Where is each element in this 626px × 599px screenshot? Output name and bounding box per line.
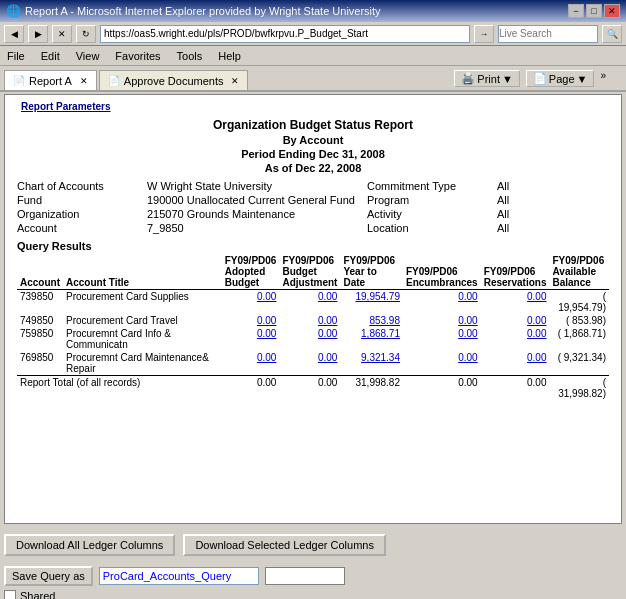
param-ct-label: Commitment Type [367,180,497,192]
cell-account: 769850 [17,351,63,376]
save-row: Save Query as [4,566,622,586]
minimize-button[interactable]: − [568,4,584,18]
param-loc-label: Location [367,222,497,234]
address-input[interactable] [100,25,470,43]
ytd-link-0[interactable]: 19,954.79 [355,291,400,302]
param-loc-value: All [497,222,609,234]
print-button[interactable]: 🖨️ Print ▼ [454,70,520,87]
shared-row: Shared [4,590,622,599]
maximize-button[interactable]: □ [586,4,602,18]
cell-title: Procuremnt Card Info & Communicatn [63,327,222,351]
save-query-container [265,567,345,585]
table-row: 739850 Procurement Card Supplies 0.00 0.… [17,290,609,315]
col-encumbrances: FY09/PD06Encumbrances [403,254,481,290]
cell-title: Procurement Card Supplies [63,290,222,315]
data-table: Account Account Title FY09/PD06AdoptedBu… [17,254,609,400]
report-title: Organization Budget Status Report [17,118,609,132]
main-content-area: Report Parameters Organization Budget St… [4,94,622,524]
ytd-link-1[interactable]: 853.98 [369,315,400,326]
tab-report-a-close[interactable]: ✕ [80,76,88,86]
tab-report-a-icon: 📄 [13,75,25,86]
params-grid: Chart of Accounts W Wright State Univers… [17,180,609,234]
res-link-3[interactable]: 0.00 [527,352,546,363]
download-all-button[interactable]: Download All Ledger Columns [4,534,175,556]
col-reservations: FY09/PD06Reservations [481,254,550,290]
refresh-button[interactable]: ↻ [76,25,96,43]
adopted-link-1[interactable]: 0.00 [257,315,276,326]
cell-account: 739850 [17,290,63,315]
adj-link-1[interactable]: 0.00 [318,315,337,326]
total-adjustment: 0.00 [279,376,340,401]
param-activity-label: Activity [367,208,497,220]
res-link-0[interactable]: 0.00 [527,291,546,302]
menu-favorites[interactable]: Favorites [112,49,163,63]
expand-icon[interactable]: » [600,70,606,87]
download-selected-button[interactable]: Download Selected Ledger Columns [183,534,386,556]
adopted-link-2[interactable]: 0.00 [257,328,276,339]
enc-link-1[interactable]: 0.00 [458,315,477,326]
total-reservations: 0.00 [481,376,550,401]
stop-button[interactable]: ✕ [52,25,72,43]
menu-tools[interactable]: Tools [174,49,206,63]
cell-adopted: 0.00 [222,290,280,315]
total-row: Report Total (of all records) 0.00 0.00 … [17,376,609,401]
ytd-link-3[interactable]: 9,321.34 [361,352,400,363]
enc-link-2[interactable]: 0.00 [458,328,477,339]
cell-bal: ( 9,321.34) [550,351,610,376]
menu-view[interactable]: View [73,49,103,63]
bottom-area: Download All Ledger Columns Download Sel… [0,526,626,599]
ytd-link-2[interactable]: 1,868.71 [361,328,400,339]
report-subtitle3: As of Dec 22, 2008 [17,162,609,174]
cell-res: 0.00 [481,290,550,315]
search-input[interactable] [498,25,598,43]
cell-bal: ( 1,868.71) [550,327,610,351]
enc-link-3[interactable]: 0.00 [458,352,477,363]
window-title: Report A - Microsoft Internet Explorer p… [25,5,381,17]
tab-approve-docs[interactable]: 📄 Approve Documents ✕ [99,70,249,90]
adj-link-2[interactable]: 0.00 [318,328,337,339]
res-link-1[interactable]: 0.00 [527,315,546,326]
back-button[interactable]: ◀ [4,25,24,43]
cell-bal: ( 19,954.79) [550,290,610,315]
col-account: Account [17,254,63,290]
res-link-2[interactable]: 0.00 [527,328,546,339]
adj-link-0[interactable]: 0.00 [318,291,337,302]
adopted-link-0[interactable]: 0.00 [257,291,276,302]
adopted-link-3[interactable]: 0.00 [257,352,276,363]
cell-title: Procuremnt Card Maintenance& Repair [63,351,222,376]
param-org-value: 215070 Grounds Maintenance [147,208,367,220]
ie-icon: 🌐 [6,4,21,18]
menu-help[interactable]: Help [215,49,244,63]
col-adjustment: FY09/PD06BudgetAdjustment [279,254,340,290]
menu-edit[interactable]: Edit [38,49,63,63]
col-title: Account Title [63,254,222,290]
col-ytd: FY09/PD06Year to Date [340,254,403,290]
total-adopted: 0.00 [222,376,280,401]
param-fund-value: 190000 Unallocated Current General Fund [147,194,367,206]
tab-report-a[interactable]: 📄 Report A ✕ [4,70,97,90]
menu-file[interactable]: File [4,49,28,63]
go-button[interactable]: → [474,25,494,43]
col-adopted: FY09/PD06AdoptedBudget [222,254,280,290]
forward-button[interactable]: ▶ [28,25,48,43]
cell-title: Procurement Card Travel [63,314,222,327]
title-bar-left: 🌐 Report A - Microsoft Internet Explorer… [6,4,381,18]
search-button[interactable]: 🔍 [602,25,622,43]
tab-report-a-label: Report A [29,75,72,87]
tab-approve-close[interactable]: ✕ [231,76,239,86]
report-params-label: Report Parameters [17,99,609,114]
enc-link-0[interactable]: 0.00 [458,291,477,302]
adj-link-3[interactable]: 0.00 [318,352,337,363]
query-results-label: Query Results [17,240,609,252]
col-balance: FY09/PD06AvailableBalance [550,254,610,290]
cell-bal: ( 853.98) [550,314,610,327]
shared-checkbox[interactable] [4,590,16,599]
save-query-button[interactable]: Save Query as [4,566,93,586]
page-button[interactable]: 📄 Page ▼ [526,70,595,87]
close-button[interactable]: ✕ [604,4,620,18]
cell-ytd: 19,954.79 [340,290,403,315]
tab-approve-icon: 📄 [108,75,120,86]
total-ytd: 31,998.82 [340,376,403,401]
save-query-input[interactable] [99,567,259,585]
param-coa-label: Chart of Accounts [17,180,147,192]
